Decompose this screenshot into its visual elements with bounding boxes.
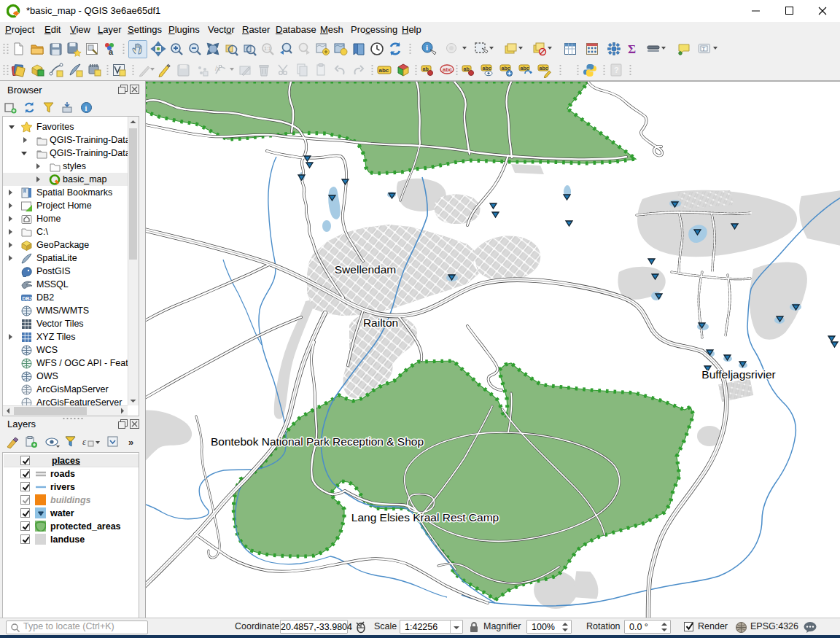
- svg-text:abc: abc: [483, 66, 491, 71]
- svg-text:abc: abc: [443, 66, 452, 73]
- svg-text:Swellendam: Swellendam: [335, 263, 396, 276]
- svg-text:Bontebok National Park Recepti: Bontebok National Park Reception & Shop: [211, 435, 424, 448]
- svg-text:Railton: Railton: [363, 316, 398, 329]
- svg-text:ab: ab: [423, 66, 429, 71]
- svg-text:/x: /x: [215, 65, 221, 72]
- svg-text:Σ: Σ: [628, 42, 636, 56]
- svg-text:ab: ab: [464, 66, 470, 71]
- svg-text:1:1: 1:1: [264, 46, 271, 51]
- svg-text:abc: abc: [502, 66, 510, 71]
- svg-text:DB2: DB2: [23, 296, 33, 301]
- svg-text:abc: abc: [379, 67, 389, 74]
- svg-text:i: i: [85, 104, 88, 112]
- svg-text:Buffeljagsrivier: Buffeljagsrivier: [701, 368, 775, 381]
- svg-text:abc: abc: [540, 66, 548, 71]
- svg-text:?: ?: [614, 66, 619, 74]
- svg-text:i: i: [426, 43, 428, 52]
- svg-text:Lang Elsies Kraal Rest Camp: Lang Elsies Kraal Rest Camp: [351, 511, 499, 524]
- svg-text:ε: ε: [82, 436, 87, 447]
- svg-text:abc: abc: [521, 66, 529, 71]
- svg-text:T: T: [702, 46, 706, 52]
- svg-text:a: a: [109, 47, 114, 56]
